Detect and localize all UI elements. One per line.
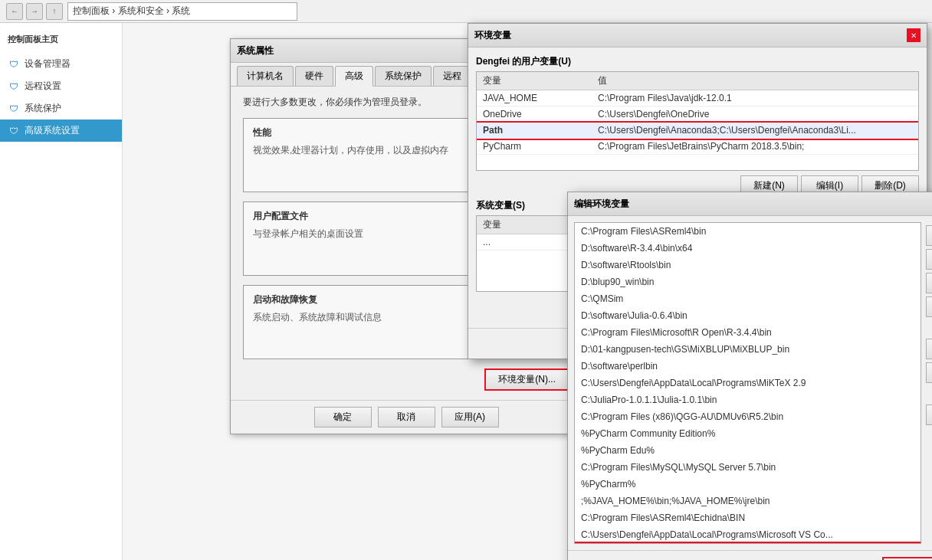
cancel-button[interactable]: 取消 bbox=[378, 407, 435, 427]
env-variables-button[interactable]: 环境变量(N)... bbox=[484, 368, 569, 391]
ok-button[interactable]: 确定 bbox=[314, 407, 372, 427]
nav-arrows: ← → ↑ bbox=[6, 3, 63, 20]
user-vars-table-container: 变量 值 JAVA_HOMEC:\Program Files\Java\jdk-… bbox=[476, 71, 919, 171]
sidebar-item-label: 系统保护 bbox=[25, 102, 61, 115]
tab-remote[interactable]: 远程 bbox=[433, 66, 471, 86]
list-item[interactable]: D:\01-kangpusen-tech\GS\MiXBLUP\MiXBLUP_… bbox=[575, 341, 921, 358]
shield-icon: 🛡 bbox=[8, 80, 20, 93]
list-item[interactable]: %PyCharm Community Edition% bbox=[575, 425, 921, 442]
table-row[interactable]: JAVA_HOMEC:\Program Files\Java\jdk-12.0.… bbox=[477, 90, 918, 106]
sidebar-item-label: 远程设置 bbox=[25, 80, 61, 93]
sidebar-item-label: 设备管理器 bbox=[25, 57, 71, 70]
breadcrumb: 控制面板 › 系统和安全 › 系统 bbox=[67, 2, 297, 21]
move-up-button[interactable]: 上移(U) bbox=[926, 339, 932, 359]
tab-computer-name[interactable]: 计算机名 bbox=[237, 66, 294, 86]
list-item[interactable]: D:\blup90_win\bin bbox=[575, 273, 921, 290]
sidebar-item-remote-settings[interactable]: 🛡 远程设置 bbox=[0, 75, 122, 97]
sidebar-item-device-manager[interactable]: 🛡 设备管理器 bbox=[0, 53, 122, 75]
dialog-title: 系统属性 bbox=[237, 44, 274, 57]
edit-env-footer: 确定 取消 bbox=[568, 550, 932, 560]
edit-env-ok-button[interactable]: 确定 bbox=[882, 557, 932, 560]
list-item[interactable]: C:\JuliaPro-1.0.1.1\Julia-1.0.1\bin bbox=[575, 391, 921, 408]
breadcrumb-text: 控制面板 › 系统和安全 › 系统 bbox=[73, 5, 190, 18]
table-row[interactable]: OneDriveC:\Users\Dengfei\OneDrive bbox=[477, 106, 918, 123]
list-item[interactable]: C:\Program Files (x86)\QGG-AU\DMUv6\R5.2… bbox=[575, 408, 921, 425]
path-list[interactable]: C:\Program Files\ASReml4\binD:\software\… bbox=[574, 222, 921, 544]
user-vars-title: Dengfei 的用户变量(U) bbox=[476, 55, 919, 68]
content-area: 系统属性 ✕ 计算机名 硬件 高级 系统保护 远程 bbox=[123, 23, 932, 560]
env-dialog-title-bar: 环境变量 ✕ bbox=[468, 24, 927, 47]
user-vars-table: 变量 值 JAVA_HOMEC:\Program Files\Java\jdk-… bbox=[477, 72, 918, 155]
edit-env-buttons: 新建(N) 编辑(E) 浏览(B)... 删除(D) 上移(U) 下移(O) 编… bbox=[926, 222, 932, 544]
list-item[interactable]: C:\Program Files\ASReml4\Echidna\BIN bbox=[575, 509, 921, 526]
list-item[interactable]: D:\software\perlbin bbox=[575, 358, 921, 375]
tab-hardware[interactable]: 硬件 bbox=[295, 66, 333, 86]
list-item[interactable]: D:\software\Rtools\bin bbox=[575, 257, 921, 273]
table-row[interactable]: PyCharmC:\Program Files\JetBrains\PyChar… bbox=[477, 139, 918, 155]
list-item[interactable]: %PyCharm Edu% bbox=[575, 442, 921, 459]
top-nav-bar: ← → ↑ 控制面板 › 系统和安全 › 系统 bbox=[0, 0, 932, 23]
sidebar: 控制面板主页 🛡 设备管理器 🛡 远程设置 🛡 系统保护 🛡 高级系统设置 bbox=[0, 23, 123, 560]
browse-path-button[interactable]: 浏览(B)... bbox=[926, 273, 932, 293]
up-button[interactable]: ↑ bbox=[46, 3, 63, 20]
table-row[interactable]: PathC:\Users\Dengfei\Anaconda3;C:\Users\… bbox=[477, 123, 918, 139]
shield-icon: 🛡 bbox=[8, 103, 20, 115]
edit-env-title-bar: 编辑环境变量 ✕ bbox=[568, 192, 932, 216]
list-item[interactable]: 36}\mingw-w64\i686-8.1.0-posix-dwarf-rt_… bbox=[575, 543, 921, 544]
delete-path-button[interactable]: 删除(D) bbox=[926, 296, 932, 317]
edit-env-title: 编辑环境变量 bbox=[574, 198, 629, 211]
sidebar-item-label: 高级系统设置 bbox=[25, 124, 80, 137]
tab-system-protection[interactable]: 系统保护 bbox=[375, 66, 432, 86]
edit-env-dialog: 编辑环境变量 ✕ C:\Program Files\ASReml4\binD:\… bbox=[567, 192, 932, 560]
edit-path-button[interactable]: 编辑(E) bbox=[926, 249, 932, 270]
list-item[interactable]: D:\software\R-3.4.4\bin\x64 bbox=[575, 240, 921, 257]
apply-button[interactable]: 应用(A) bbox=[441, 407, 499, 427]
sidebar-item-advanced-settings[interactable]: 🛡 高级系统设置 bbox=[0, 120, 122, 142]
list-item[interactable]: C:\Program Files\ASReml4\bin bbox=[575, 223, 921, 240]
edit-text-button[interactable]: 编辑文本(T)... bbox=[926, 404, 932, 425]
list-item[interactable]: C:\Users\Dengfei\AppData\Local\Programs\… bbox=[575, 375, 921, 391]
shield-icon: 🛡 bbox=[8, 125, 20, 137]
sidebar-title: 控制面板主页 bbox=[0, 29, 122, 53]
list-item[interactable]: C:\Program Files\MySQL\MySQL Server 5.7\… bbox=[575, 459, 921, 476]
list-item[interactable]: C:\Users\Dengfei\AppData\Local\Programs\… bbox=[575, 526, 921, 543]
back-button[interactable]: ← bbox=[6, 3, 23, 20]
forward-button[interactable]: → bbox=[26, 3, 43, 20]
col-value: 值 bbox=[592, 72, 918, 90]
list-item[interactable]: %PyCharm% bbox=[575, 476, 921, 493]
edit-env-body: C:\Program Files\ASReml4\binD:\software\… bbox=[568, 216, 932, 550]
new-path-button[interactable]: 新建(N) bbox=[926, 225, 932, 246]
list-item[interactable]: ;%JAVA_HOME%\bin;%JAVA_HOME%\jre\bin bbox=[575, 493, 921, 509]
dialog-footer: 确定 取消 应用(A) bbox=[231, 400, 582, 434]
shield-icon: 🛡 bbox=[8, 58, 20, 70]
list-item[interactable]: D:\software\Julia-0.6.4\bin bbox=[575, 307, 921, 324]
sidebar-item-system-protection[interactable]: 🛡 系统保护 bbox=[0, 97, 122, 120]
col-variable: 变量 bbox=[477, 72, 592, 90]
move-down-button[interactable]: 下移(O) bbox=[926, 362, 932, 383]
tab-advanced[interactable]: 高级 bbox=[335, 66, 373, 87]
env-dialog-title: 环境变量 bbox=[474, 29, 511, 42]
list-item[interactable]: C:\Program Files\Microsoft\R Open\R-3.4.… bbox=[575, 324, 921, 341]
env-dialog-close-button[interactable]: ✕ bbox=[907, 28, 921, 42]
list-item[interactable]: C:\QMSim bbox=[575, 290, 921, 307]
